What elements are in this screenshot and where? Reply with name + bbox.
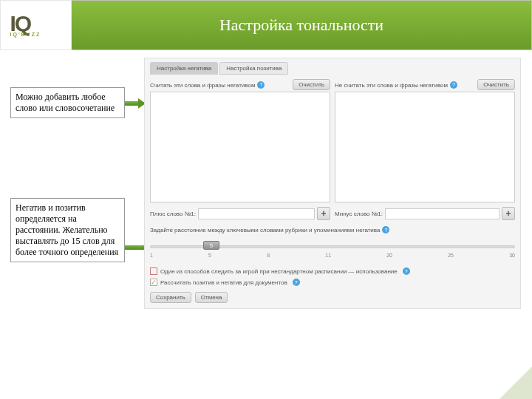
negative-label: Считать эти слова и фразы негативом? <box>150 81 265 89</box>
slider-ticks: 1 5 8 11 20 25 30 <box>150 253 515 258</box>
annotation-2: Негатив и позитив определяется на рассто… <box>10 198 125 262</box>
plus-word-group: Плюс слово №1: + <box>150 207 330 220</box>
add-minus-button[interactable]: + <box>502 207 515 220</box>
cancel-button[interactable]: Отмена <box>195 292 228 303</box>
logo: IQ IQ'BUZZ <box>10 13 62 37</box>
help-icon[interactable]: ? <box>450 81 457 89</box>
tab-negative[interactable]: Настройка негатива <box>150 62 218 75</box>
columns: Считать эти слова и фразы негативом? Очи… <box>150 79 515 202</box>
clear-negative-button[interactable]: Очистить <box>293 79 330 90</box>
add-plus-button[interactable]: + <box>317 207 330 220</box>
exclude-textarea[interactable] <box>335 92 515 202</box>
negative-textarea[interactable] <box>150 92 330 202</box>
checkbox-2-label: Рассчитать позитив и негатив для докумен… <box>160 279 287 286</box>
plus-word-input[interactable] <box>198 208 315 219</box>
corner-decoration <box>499 366 532 399</box>
checkbox-1[interactable] <box>150 267 157 275</box>
distance-slider[interactable]: 5 1 5 8 11 20 25 30 <box>150 242 515 265</box>
tab-positive[interactable]: Настройка позитива <box>219 62 288 75</box>
help-icon[interactable]: ? <box>382 226 389 233</box>
header: IQ IQ'BUZZ Настройка тональности <box>0 0 532 50</box>
tick: 1 <box>150 253 153 258</box>
minus-word-group: Минус слово №1: + <box>335 207 515 220</box>
tick: 8 <box>267 253 270 258</box>
annotation-1: Можно добавить любое слово или словосоче… <box>10 87 125 118</box>
annotation-1-text: Можно добавить любое слово или словосоче… <box>16 92 115 113</box>
checkbox-row-1: Один из способов следить за игрой при не… <box>150 267 515 275</box>
negative-column: Считать эти слова и фразы негативом? Очи… <box>150 79 330 202</box>
slider-handle[interactable]: 5 <box>203 241 219 250</box>
plus-word-label: Плюс слово №1: <box>150 211 196 217</box>
page-title: Настройка тональности <box>219 16 383 35</box>
arrow-1 <box>125 100 146 107</box>
minus-word-label: Минус слово №1: <box>335 211 383 217</box>
checkbox-1-label: Один из способов следить за игрой при не… <box>160 268 398 275</box>
title-bar: Настройка тональности <box>72 0 532 50</box>
tick: 5 <box>208 253 211 258</box>
checkbox-2[interactable] <box>150 279 157 286</box>
add-row: Плюс слово №1: + Минус слово №1: + <box>150 207 515 220</box>
tick: 25 <box>448 253 454 258</box>
logo-subtext: IQ'BUZZ <box>10 32 62 37</box>
exclude-column: Не считать эти слова и фразы негативом? … <box>335 79 515 202</box>
help-icon[interactable]: ? <box>403 267 410 275</box>
tick: 11 <box>325 253 331 258</box>
logo-area: IQ IQ'BUZZ <box>0 0 72 50</box>
settings-panel: Настройка негатива Настройка позитива Сч… <box>144 58 521 309</box>
logo-text: IQ <box>10 13 62 33</box>
clear-exclude-button[interactable]: Очистить <box>477 79 515 90</box>
annotation-2-text: Негатив и позитив определяется на рассто… <box>16 202 118 257</box>
help-icon[interactable]: ? <box>257 81 265 89</box>
footer-buttons: Сохранить Отмена <box>150 292 515 303</box>
checkbox-row-2: Рассчитать позитив и негатив для докумен… <box>150 279 515 286</box>
tabs: Настройка негатива Настройка позитива <box>150 62 515 75</box>
exclude-label: Не считать эти слова и фразы негативом? <box>335 81 457 89</box>
save-button[interactable]: Сохранить <box>150 292 191 303</box>
tick: 30 <box>509 253 515 258</box>
slider-label: Задайте расстояние между ключевыми слова… <box>150 226 515 233</box>
tick: 20 <box>386 253 392 258</box>
help-icon[interactable]: ? <box>293 279 300 286</box>
minus-word-input[interactable] <box>385 208 499 219</box>
